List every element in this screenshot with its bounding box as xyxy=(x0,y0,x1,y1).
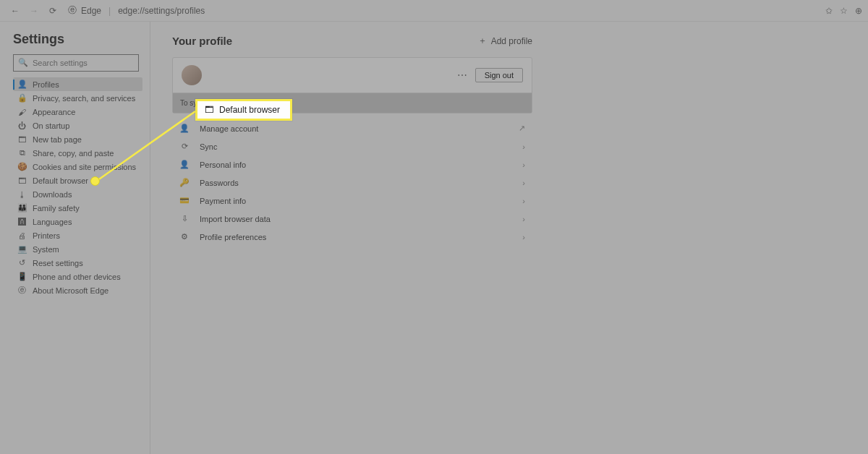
sidebar-item-on-startup[interactable]: ⏻On startup xyxy=(13,119,142,132)
nav-label: Appearance xyxy=(33,108,75,116)
row-icon: 💳 xyxy=(179,196,190,205)
chevron-right-icon: ↗ xyxy=(519,124,525,133)
chevron-right-icon: › xyxy=(522,160,525,169)
nav-label: Reset settings xyxy=(33,259,83,267)
collections-icon[interactable]: ⊕ xyxy=(855,6,862,16)
row-label: Personal info xyxy=(200,160,246,169)
nav-label: Phone and other devices xyxy=(33,273,121,281)
sidebar-item-appearance[interactable]: 🖌Appearance xyxy=(13,105,142,119)
nav-icon: 🅰 xyxy=(17,218,27,226)
callout-label: Default browser xyxy=(219,105,280,115)
browser-toolbar: ← → ⟳ ⓔ Edge | edge://settings/profiles … xyxy=(0,0,868,22)
nav-label: Cookies and site permissions xyxy=(33,163,136,171)
nav-label: Share, copy, and paste xyxy=(33,149,114,158)
row-icon: 👤 xyxy=(179,124,190,133)
back-icon[interactable]: ← xyxy=(9,6,22,16)
nav-label: Default browser xyxy=(33,176,88,185)
row-label: Profile preferences xyxy=(200,233,266,241)
sidebar-item-privacy-search-and-services[interactable]: 🔒Privacy, search, and services xyxy=(13,91,142,105)
nav-icon: ⓔ xyxy=(17,285,27,296)
sidebar-item-reset-settings[interactable]: ↺Reset settings xyxy=(13,256,142,270)
sidebar-item-share-copy-and-paste[interactable]: ⧉Share, copy, and paste xyxy=(13,146,142,160)
favorite-icon[interactable]: ☆ xyxy=(840,6,848,16)
sidebar-item-new-tab-page[interactable]: 🗔New tab page xyxy=(13,132,142,146)
tracking-icon[interactable]: ✩ xyxy=(825,6,833,16)
nav-label: Privacy, search, and services xyxy=(33,94,135,103)
nav-label: Profiles xyxy=(33,80,59,89)
window-icon: 🗔 xyxy=(205,105,213,115)
nav-icon: 🗔 xyxy=(17,135,27,144)
sidebar-item-profiles[interactable]: 👤Profiles xyxy=(13,77,142,91)
nav-icon: 🗔 xyxy=(17,176,27,185)
nav-label: On startup xyxy=(33,121,69,130)
sidebar-item-phone-and-other-devices[interactable]: 📱Phone and other devices xyxy=(13,270,142,283)
sidebar-item-printers[interactable]: 🖨Printers xyxy=(13,228,142,242)
chevron-right-icon: › xyxy=(522,179,525,187)
row-label: Import browser data xyxy=(200,215,271,223)
avatar xyxy=(182,65,202,85)
sidebar-item-system[interactable]: 💻System xyxy=(13,242,142,256)
row-label: Sync xyxy=(200,142,217,151)
refresh-icon[interactable]: ⟳ xyxy=(46,6,59,16)
sidebar-item-about-microsoft-edge[interactable]: ⓔAbout Microsoft Edge xyxy=(13,283,142,297)
row-icon: ⇩ xyxy=(179,214,190,223)
row-manage-account[interactable]: 👤Manage account↗ xyxy=(172,119,532,137)
product-label: Edge xyxy=(81,6,101,16)
search-icon: 🔍 xyxy=(18,58,28,67)
nav-label: Languages xyxy=(33,218,72,226)
nav-icon: ↺ xyxy=(17,258,27,267)
nav-icon: 📱 xyxy=(17,272,27,281)
chevron-right-icon: › xyxy=(522,215,525,223)
row-icon: 👤 xyxy=(179,160,190,169)
row-personal-info[interactable]: 👤Personal info› xyxy=(172,155,532,174)
annotation-dot xyxy=(90,176,100,186)
row-label: Payment info xyxy=(200,197,246,205)
row-icon: ⟳ xyxy=(179,142,190,151)
nav-icon: 🖌 xyxy=(17,108,27,116)
address-bar[interactable]: ⓔ Edge | edge://settings/profiles xyxy=(68,4,205,17)
sidebar-item-cookies-and-site-permissions[interactable]: 🍪Cookies and site permissions xyxy=(13,160,142,174)
row-passwords[interactable]: 🔑Passwords› xyxy=(172,174,532,192)
nav-icon: ⭳ xyxy=(17,190,27,199)
default-browser-callout[interactable]: 🗔 Default browser xyxy=(195,99,292,121)
more-icon[interactable]: ⋯ xyxy=(457,69,468,81)
row-icon: 🔑 xyxy=(179,178,190,187)
nav-icon: 🍪 xyxy=(17,162,27,171)
add-profile-button[interactable]: ＋ Add profile xyxy=(478,35,532,47)
nav-icon: 💻 xyxy=(17,244,27,254)
row-import-browser-data[interactable]: ⇩Import browser data› xyxy=(172,210,532,228)
sidebar-item-downloads[interactable]: ⭳Downloads xyxy=(13,187,142,201)
search-input[interactable] xyxy=(13,54,139,72)
nav-label: Printers xyxy=(33,231,60,240)
row-sync[interactable]: ⟳Sync› xyxy=(172,137,532,155)
nav-label: System xyxy=(33,245,59,254)
row-profile-preferences[interactable]: ⚙Profile preferences› xyxy=(172,228,532,246)
plus-icon: ＋ xyxy=(478,35,487,47)
nav-icon: 👪 xyxy=(17,203,27,213)
nav-label: About Microsoft Edge xyxy=(33,286,109,295)
sidebar-item-default-browser[interactable]: 🗔Default browser xyxy=(13,174,142,187)
row-label: Passwords xyxy=(200,179,239,187)
row-payment-info[interactable]: 💳Payment info› xyxy=(172,192,532,210)
sidebar-item-family-safety[interactable]: 👪Family safety xyxy=(13,201,142,215)
nav-icon: 🖨 xyxy=(17,231,27,240)
row-icon: ⚙ xyxy=(179,232,190,241)
forward-icon[interactable]: → xyxy=(27,6,41,16)
nav-icon: 👤 xyxy=(17,80,27,89)
nav-icon: 🔒 xyxy=(17,93,27,103)
chevron-right-icon: › xyxy=(522,197,525,205)
chevron-right-icon: › xyxy=(522,233,525,241)
add-profile-label: Add profile xyxy=(491,36,532,46)
page-title: Your profile xyxy=(172,35,232,47)
row-label: Manage account xyxy=(200,124,258,133)
main-content: Your profile ＋ Add profile ⋯ Sign out To… xyxy=(150,22,868,454)
settings-title: Settings xyxy=(13,32,142,47)
settings-sidebar: Settings 🔍 👤Profiles🔒Privacy, search, an… xyxy=(0,22,150,454)
sidebar-item-languages[interactable]: 🅰Languages xyxy=(13,215,142,228)
chevron-right-icon: › xyxy=(522,142,525,151)
sign-out-button[interactable]: Sign out xyxy=(475,68,523,82)
nav-label: Family safety xyxy=(33,204,80,213)
nav-icon: ⧉ xyxy=(17,148,27,158)
nav-label: Downloads xyxy=(33,190,72,199)
nav-label: New tab page xyxy=(33,135,82,144)
